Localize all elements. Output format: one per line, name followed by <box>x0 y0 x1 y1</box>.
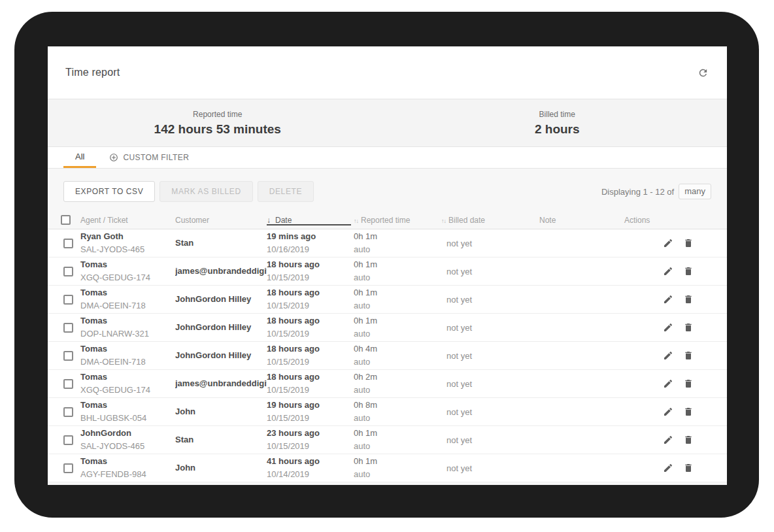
ticket-code: DMA-OEEIN-718 <box>80 356 170 369</box>
row-checkbox[interactable] <box>63 407 73 417</box>
tab-all-label: All <box>75 152 84 161</box>
agent-name: Tomas <box>80 258 170 271</box>
agent-name: JohnGordon <box>80 427 170 440</box>
page-title: Time report <box>65 67 120 78</box>
billed-date: not yet <box>441 267 534 276</box>
reported-mode: auto <box>354 412 436 425</box>
app-window: Time report Reported time 142 hours 53 m… <box>48 46 727 485</box>
sort-both-icon: ↑↓ <box>354 218 358 224</box>
ticket-code: AGY-FENDB-984 <box>80 468 170 481</box>
row-checkbox[interactable] <box>63 379 73 389</box>
ticket-code: DMA-OEEIN-718 <box>80 299 170 312</box>
table-row: Tomas XGQ-GEDUG-174 james@unbrandeddigit… <box>48 370 727 398</box>
billed-date: not yet <box>441 295 534 305</box>
date-absolute: 10/14/2019 <box>267 468 348 481</box>
edit-icon[interactable] <box>663 238 673 248</box>
delete-icon[interactable] <box>683 435 694 445</box>
mark-as-billed-button[interactable]: MARK AS BILLED <box>160 181 252 202</box>
reported-time: 0h 4m <box>354 342 436 356</box>
date-relative: 18 hours ago <box>267 371 348 384</box>
sort-desc-icon: ↓ <box>267 216 271 225</box>
app-header: Time report <box>48 46 727 99</box>
edit-icon[interactable] <box>663 350 673 361</box>
header-customer: Customer <box>175 216 267 225</box>
tab-custom-filter[interactable]: CUSTOM FILTER <box>109 147 189 168</box>
refresh-icon[interactable] <box>696 65 710 80</box>
agent-name: Tomas <box>80 314 170 327</box>
agent-name: Ryan Goth <box>80 230 170 243</box>
billed-date: not yet <box>441 463 534 473</box>
delete-icon[interactable] <box>683 266 694 276</box>
delete-icon[interactable] <box>683 407 694 417</box>
row-checkbox[interactable] <box>63 351 73 361</box>
note-cell <box>539 454 624 482</box>
delete-icon[interactable] <box>683 350 694 361</box>
customer-name: JohnGordon Hilley <box>175 349 261 362</box>
row-checkbox[interactable] <box>63 267 73 276</box>
customer-name: james@unbrandeddigita <box>175 377 261 390</box>
edit-icon[interactable] <box>663 378 673 389</box>
select-all-checkbox[interactable] <box>61 215 71 225</box>
agent-name: Tomas <box>80 342 170 356</box>
delete-icon[interactable] <box>683 238 694 248</box>
delete-icon[interactable] <box>683 378 694 389</box>
header-reported-time[interactable]: ↑↓Reported time <box>354 216 441 225</box>
reported-time: 0h 1m <box>354 455 436 468</box>
header-note: Note <box>539 216 624 225</box>
edit-icon[interactable] <box>663 294 673 305</box>
date-absolute: 10/15/2019 <box>267 299 348 312</box>
note-cell <box>539 258 624 285</box>
row-checkbox[interactable] <box>63 435 73 445</box>
agent-name: Tomas <box>80 371 170 384</box>
pagination-info: Displaying 1 - 12 of many <box>601 184 711 199</box>
reported-time: 0h 2m <box>354 371 436 384</box>
table-row: Tomas XGQ-GEDUG-174 james@unbrandeddigit… <box>48 258 727 286</box>
row-checkbox[interactable] <box>63 463 73 473</box>
reported-time: 0h 1m <box>354 314 436 327</box>
row-checkbox[interactable] <box>63 295 73 305</box>
edit-icon[interactable] <box>663 266 673 276</box>
edit-icon[interactable] <box>663 407 673 417</box>
row-checkbox[interactable] <box>63 239 73 248</box>
delete-icon[interactable] <box>683 294 694 305</box>
reported-time-label: Reported time <box>193 110 242 119</box>
date-relative: 18 hours ago <box>267 314 348 327</box>
reported-time-value: 142 hours 53 minutes <box>154 122 281 137</box>
tab-custom-filter-label: CUSTOM FILTER <box>123 153 189 162</box>
table-header: Agent / Ticket Customer ↓ Date ↑↓Reporte… <box>48 211 727 229</box>
date-absolute: 10/15/2019 <box>267 327 348 341</box>
delete-icon[interactable] <box>683 463 694 473</box>
billed-time-label: Billed time <box>539 110 575 119</box>
total-count-chip[interactable]: many <box>679 184 711 199</box>
delete-button[interactable]: DELETE <box>258 181 314 202</box>
reported-time-summary: Reported time 142 hours 53 minutes <box>48 99 388 146</box>
reported-mode: auto <box>354 271 436 284</box>
billed-date: not yet <box>441 379 534 389</box>
edit-icon[interactable] <box>663 435 673 445</box>
summary-bar: Reported time 142 hours 53 minutes Bille… <box>48 99 727 147</box>
edit-icon[interactable] <box>663 463 673 473</box>
row-checkbox[interactable] <box>63 323 73 333</box>
reported-mode: auto <box>354 440 436 453</box>
plus-circle-icon <box>109 153 118 162</box>
delete-icon[interactable] <box>683 322 694 333</box>
note-cell <box>539 398 624 425</box>
date-relative: 41 hours ago <box>267 455 348 468</box>
date-relative: 18 hours ago <box>267 258 348 271</box>
customer-name: Stan <box>175 237 261 250</box>
tab-all[interactable]: All <box>63 147 96 168</box>
agent-name: Tomas <box>80 455 170 468</box>
billed-date: not yet <box>441 435 534 445</box>
date-relative: 18 hours ago <box>267 342 348 356</box>
table-body: Ryan Goth SAL-JYODS-465 Stan 19 mins ago… <box>48 229 727 482</box>
edit-icon[interactable] <box>663 322 673 333</box>
customer-name: John <box>175 461 261 474</box>
header-agent-ticket: Agent / Ticket <box>80 216 175 225</box>
header-billed-date[interactable]: ↑↓Billed date <box>441 216 539 225</box>
note-cell <box>539 370 624 397</box>
header-date[interactable]: ↓ Date <box>267 216 354 225</box>
reported-mode: auto <box>354 299 436 312</box>
date-absolute: 10/15/2019 <box>267 356 348 369</box>
date-absolute: 10/15/2019 <box>267 384 348 397</box>
export-to-csv-button[interactable]: EXPORT TO CSV <box>63 181 155 202</box>
